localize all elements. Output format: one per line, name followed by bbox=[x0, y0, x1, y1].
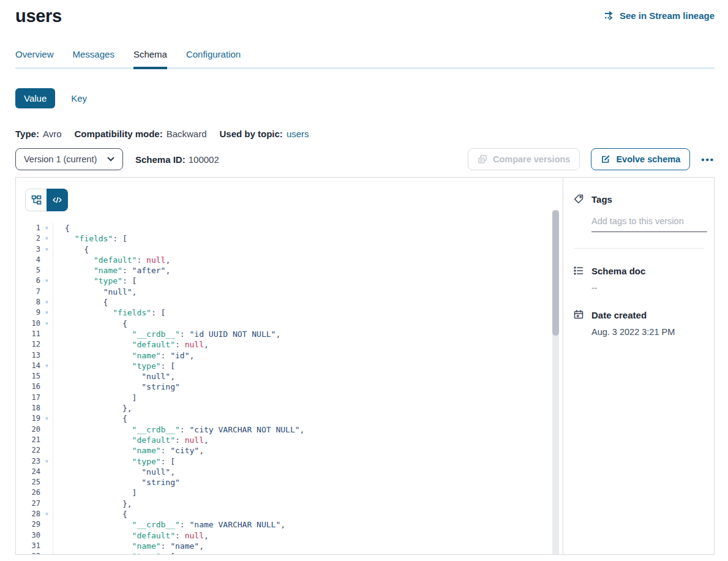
line-number: 4 bbox=[16, 255, 40, 265]
code-line: 28▼ { bbox=[16, 509, 563, 519]
compare-versions-button[interactable]: Compare versions bbox=[468, 148, 580, 170]
code-line: 24 "null", bbox=[16, 467, 563, 477]
fold-spacer bbox=[40, 499, 53, 509]
fold-toggle-icon[interactable]: ▼ bbox=[40, 276, 53, 286]
code-text: { bbox=[53, 413, 127, 424]
line-number: 24 bbox=[16, 467, 40, 477]
code-gutter: 32▼ bbox=[16, 551, 53, 554]
line-number: 5 bbox=[16, 265, 40, 276]
code-text: "name": "id", bbox=[53, 350, 194, 361]
fold-toggle-icon[interactable]: ▼ bbox=[40, 456, 53, 467]
fold-toggle-icon[interactable]: ▼ bbox=[40, 361, 53, 371]
code-gutter: 5 bbox=[16, 265, 53, 276]
code-text: }, bbox=[53, 403, 132, 413]
code-gutter: 29 bbox=[16, 519, 53, 530]
code-gutter: 24 bbox=[16, 467, 53, 477]
schema-meta: Type:Avro Compatibility mode:Backward Us… bbox=[15, 129, 715, 139]
fold-spacer bbox=[40, 329, 53, 339]
value-toggle-button[interactable]: Value bbox=[15, 88, 55, 108]
fold-toggle-icon[interactable]: ▼ bbox=[40, 233, 53, 244]
code-text: "default": null, bbox=[53, 339, 209, 350]
stream-lineage-link[interactable]: See in Stream lineage bbox=[604, 10, 715, 21]
code-line: 31 "name": "name", bbox=[16, 541, 563, 551]
fold-toggle-icon[interactable]: ▼ bbox=[40, 509, 53, 519]
fold-toggle-icon[interactable]: ▼ bbox=[40, 318, 53, 329]
code-gutter: 13 bbox=[16, 350, 53, 361]
key-toggle-button[interactable]: Key bbox=[71, 93, 87, 104]
version-select-value: Version 1 (current) bbox=[24, 154, 97, 164]
fold-toggle-icon[interactable]: ▼ bbox=[40, 244, 53, 255]
type-group: Type:Avro bbox=[15, 129, 61, 139]
editor-scrollbar-track[interactable] bbox=[552, 210, 559, 554]
code-text: "null", bbox=[53, 371, 175, 382]
editor-scrollbar-thumb[interactable] bbox=[552, 210, 559, 336]
type-label: Type: bbox=[15, 129, 39, 139]
code-text: "type": [ bbox=[53, 276, 137, 286]
code-line: 12 "default": null, bbox=[16, 339, 563, 350]
list-icon bbox=[573, 265, 584, 276]
code-line: 30 "default": null, bbox=[16, 530, 563, 541]
code-view-button[interactable] bbox=[47, 189, 68, 211]
line-number: 21 bbox=[16, 435, 40, 445]
evolve-label: Evolve schema bbox=[616, 154, 680, 164]
value-key-toggle: Value Key bbox=[15, 88, 715, 108]
line-number: 12 bbox=[16, 339, 40, 350]
tab-schema[interactable]: Schema bbox=[133, 43, 167, 67]
code-gutter: 26 bbox=[16, 488, 53, 498]
code-lines: 1▼{2▼ "fields": [3▼ {4 "default": null,5… bbox=[16, 223, 563, 554]
date-created-section: Date created Aug. 3 2022 3:21 PM bbox=[573, 309, 704, 337]
code-line: 27 }, bbox=[16, 499, 563, 509]
fold-spacer bbox=[40, 350, 53, 361]
date-created-header: Date created bbox=[573, 309, 704, 320]
code-gutter: 21 bbox=[16, 435, 53, 445]
stream-lineage-icon bbox=[604, 11, 615, 20]
code-line: 15 "null", bbox=[16, 371, 563, 382]
compat-label: Compatibility mode: bbox=[74, 129, 162, 139]
evolve-schema-button[interactable]: Evolve schema bbox=[591, 148, 690, 170]
fold-spacer bbox=[40, 541, 53, 551]
code-text: "type": [ bbox=[53, 456, 175, 467]
code-line: 16 "string" bbox=[16, 382, 563, 392]
line-number: 30 bbox=[16, 530, 40, 541]
code-text: "__crdb__": "city VARCHAR NOT NULL", bbox=[53, 424, 304, 435]
chevron-down-icon bbox=[107, 157, 114, 162]
line-number: 7 bbox=[16, 287, 40, 297]
fold-spacer bbox=[40, 287, 53, 297]
code-line: 25 "string" bbox=[16, 477, 563, 488]
schema-sidebar: Tags Add tags to this version bbox=[563, 178, 714, 554]
more-options-button[interactable]: ••• bbox=[701, 154, 715, 165]
tab-configuration[interactable]: Configuration bbox=[186, 43, 241, 67]
line-number: 8 bbox=[16, 297, 40, 307]
tags-input[interactable]: Add tags to this version bbox=[591, 216, 707, 232]
code-gutter: 10▼ bbox=[16, 318, 53, 329]
code-gutter: 25 bbox=[16, 477, 53, 488]
version-select[interactable]: Version 1 (current) bbox=[15, 148, 123, 170]
schema-doc-header: Schema doc bbox=[573, 265, 704, 276]
fold-toggle-icon[interactable]: ▼ bbox=[40, 223, 53, 233]
code-text: ] bbox=[53, 393, 137, 403]
fold-toggle-icon[interactable]: ▼ bbox=[40, 297, 53, 307]
tree-view-button[interactable] bbox=[26, 189, 47, 211]
line-number: 6 bbox=[16, 276, 40, 286]
code-gutter: 22 bbox=[16, 445, 53, 456]
schema-doc-section: Schema doc -- bbox=[573, 265, 704, 293]
fold-spacer bbox=[40, 477, 53, 488]
code-gutter: 12 bbox=[16, 339, 53, 350]
line-number: 3 bbox=[16, 244, 40, 255]
tab-overview[interactable]: Overview bbox=[15, 43, 54, 67]
code-text: "default": null, bbox=[53, 530, 209, 541]
calendar-plus-icon bbox=[573, 309, 584, 320]
fold-toggle-icon[interactable]: ▼ bbox=[40, 307, 53, 318]
code-line: 29 "__crdb__": "name VARCHAR NULL", bbox=[16, 519, 563, 530]
code-gutter: 15 bbox=[16, 371, 53, 382]
fold-toggle-icon[interactable]: ▼ bbox=[40, 413, 53, 424]
line-number: 10 bbox=[16, 318, 40, 329]
topic-link[interactable]: users bbox=[287, 129, 309, 139]
code-gutter: 14▼ bbox=[16, 361, 53, 371]
code-line: 5 "name": "after", bbox=[16, 265, 563, 276]
fold-spacer bbox=[40, 371, 53, 382]
code-text: "null", bbox=[53, 467, 175, 477]
tab-messages[interactable]: Messages bbox=[73, 43, 114, 67]
fold-toggle-icon[interactable]: ▼ bbox=[40, 551, 53, 554]
code-text: "fields": [ bbox=[53, 307, 165, 318]
